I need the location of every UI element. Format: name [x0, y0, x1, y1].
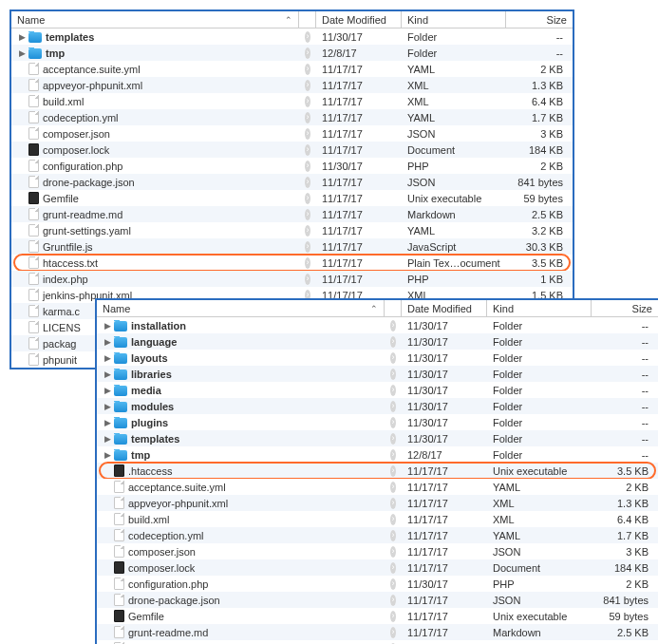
file-row[interactable]: ▶acceptance.suite.yml›11/17/17YAML2 KB: [97, 479, 658, 495]
file-row[interactable]: ▶composer.lock›11/17/17Document184 KB: [97, 559, 658, 576]
row-nav-arrow[interactable]: ›: [385, 498, 402, 509]
row-nav-arrow[interactable]: ›: [385, 385, 402, 396]
file-row[interactable]: ▶index.php›11/17/17PHP1 KB: [11, 271, 573, 287]
column-header-name[interactable]: Name ⌃: [97, 300, 385, 316]
file-row[interactable]: ▶Gemfile›11/17/17Unix executable59 bytes: [11, 190, 573, 206]
column-header-size[interactable]: Size: [506, 11, 573, 28]
file-row[interactable]: ▶libraries›11/30/17Folder--: [97, 366, 658, 382]
row-nav-arrow[interactable]: ›: [299, 274, 316, 285]
disclosure-triangle-icon[interactable]: ▶: [103, 434, 112, 444]
file-row[interactable]: ▶build.xml›11/17/17XML6.4 KB: [11, 93, 573, 109]
disclosure-triangle-icon[interactable]: ▶: [103, 353, 112, 363]
file-row[interactable]: ▶templates›11/30/17Folder--: [11, 28, 573, 45]
disclosure-triangle-icon[interactable]: ▶: [103, 321, 112, 331]
file-row[interactable]: ▶composer.lock›11/17/17Document184 KB: [11, 142, 573, 158]
file-kind-cell: PHP: [487, 578, 592, 590]
arrow-right-icon: ›: [390, 352, 396, 364]
row-nav-arrow[interactable]: ›: [299, 193, 316, 204]
file-row[interactable]: ▶codeception.yml›11/17/17YAML1.7 KB: [11, 109, 573, 125]
disclosure-triangle-icon[interactable]: ▶: [103, 337, 112, 347]
file-row[interactable]: ▶tmp›12/8/17Folder--: [97, 446, 658, 463]
file-date-cell: 11/17/17: [316, 177, 402, 188]
file-row[interactable]: ▶configuration.php›11/30/17PHP2 KB: [97, 576, 658, 592]
row-nav-arrow[interactable]: ›: [299, 161, 316, 172]
file-row[interactable]: ▶build.xml›11/17/17XML6.4 KB: [97, 511, 658, 527]
row-nav-arrow[interactable]: ›: [299, 112, 316, 123]
file-name-cell: ▶acceptance.suite.yml: [97, 481, 385, 493]
column-header-kind[interactable]: Kind: [487, 300, 592, 316]
file-row[interactable]: ▶grunt-settings.yaml›11/17/17YAML3.2 KB: [97, 640, 658, 644]
file-row[interactable]: ▶grunt-readme.md›11/17/17Markdown2.5 KB: [11, 206, 573, 222]
file-row[interactable]: ▶codeception.yml›11/17/17YAML1.7 KB: [97, 527, 658, 543]
file-row[interactable]: ▶composer.json›11/17/17JSON3 KB: [97, 543, 658, 559]
row-nav-arrow[interactable]: ›: [299, 64, 316, 75]
row-nav-arrow[interactable]: ›: [299, 257, 316, 269]
row-nav-arrow[interactable]: ›: [385, 595, 402, 606]
file-row[interactable]: ▶templates›11/30/17Folder--: [97, 430, 658, 446]
row-nav-arrow[interactable]: ›: [299, 225, 316, 237]
file-row[interactable]: ▶drone-package.json›11/17/17JSON841 byte…: [11, 174, 573, 190]
row-nav-arrow[interactable]: ›: [385, 530, 402, 541]
file-row[interactable]: ▶configuration.php›11/30/17PHP2 KB: [11, 158, 573, 174]
row-nav-arrow[interactable]: ›: [299, 209, 316, 220]
file-row[interactable]: ▶htaccess.txt›11/17/17Plain Tex…ocument3…: [11, 255, 573, 271]
row-nav-arrow[interactable]: ›: [385, 417, 402, 428]
file-row[interactable]: ▶grunt-readme.md›11/17/17Markdown2.5 KB: [97, 624, 658, 640]
row-nav-arrow[interactable]: ›: [385, 369, 402, 380]
row-nav-arrow[interactable]: ›: [385, 433, 402, 445]
disclosure-triangle-icon[interactable]: ▶: [103, 418, 112, 427]
file-row[interactable]: ▶Gruntfile.js›11/17/17JavaScript30.3 KB: [11, 238, 573, 255]
disclosure-triangle-icon[interactable]: ▶: [103, 386, 112, 395]
row-nav-arrow[interactable]: ›: [385, 546, 402, 558]
row-nav-arrow[interactable]: ›: [385, 627, 402, 638]
disclosure-triangle-icon[interactable]: ▶: [17, 48, 27, 58]
row-nav-arrow[interactable]: ›: [299, 241, 316, 253]
row-nav-arrow[interactable]: ›: [385, 611, 402, 622]
row-nav-arrow[interactable]: ›: [385, 336, 402, 348]
file-row[interactable]: ▶appveyor-phpunit.xml›11/17/17XML1.3 KB: [11, 77, 573, 93]
row-nav-arrow[interactable]: ›: [385, 352, 402, 364]
row-nav-arrow[interactable]: ›: [299, 31, 316, 43]
row-nav-arrow[interactable]: ›: [299, 144, 316, 156]
column-header-size[interactable]: Size: [592, 300, 658, 316]
file-row[interactable]: ▶acceptance.suite.yml›11/17/17YAML2 KB: [11, 61, 573, 77]
file-size-cell: 30.3 KB: [506, 241, 573, 253]
file-row[interactable]: ▶drone-package.json›11/17/17JSON841 byte…: [97, 592, 658, 608]
file-row[interactable]: ▶installation›11/30/17Folder--: [97, 317, 658, 333]
disclosure-triangle-icon[interactable]: ▶: [103, 369, 112, 379]
row-nav-arrow[interactable]: ›: [299, 96, 316, 107]
row-nav-arrow[interactable]: ›: [385, 320, 402, 331]
file-row[interactable]: ▶language›11/30/17Folder--: [97, 333, 658, 350]
row-nav-arrow[interactable]: ›: [385, 482, 402, 493]
row-nav-arrow[interactable]: ›: [385, 514, 402, 525]
file-row[interactable]: ▶.htaccess›11/17/17Unix executable3.5 KB: [97, 463, 658, 479]
file-row[interactable]: ▶tmp›12/8/17Folder--: [11, 45, 573, 61]
row-nav-arrow[interactable]: ›: [385, 449, 402, 461]
file-row[interactable]: ▶layouts›11/30/17Folder--: [97, 350, 658, 366]
file-row[interactable]: ▶modules›11/30/17Folder--: [97, 398, 658, 414]
column-header-name[interactable]: Name ⌃: [11, 11, 299, 28]
row-nav-arrow[interactable]: ›: [299, 177, 316, 188]
file-row[interactable]: ▶appveyor-phpunit.xml›11/17/17XML1.3 KB: [97, 495, 658, 511]
row-nav-arrow[interactable]: ›: [385, 465, 402, 477]
file-row[interactable]: ▶grunt-settings.yaml›11/17/17YAML3.2 KB: [11, 222, 573, 238]
disclosure-triangle-icon[interactable]: ▶: [103, 450, 112, 460]
row-nav-arrow[interactable]: ›: [385, 562, 402, 574]
file-size-cell: 2 KB: [506, 161, 573, 172]
file-row[interactable]: ▶plugins›11/30/17Folder--: [97, 414, 658, 430]
file-row[interactable]: ▶composer.json›11/17/17JSON3 KB: [11, 125, 573, 142]
column-header-date[interactable]: Date Modified: [402, 300, 487, 316]
row-nav-arrow[interactable]: ›: [385, 401, 402, 412]
file-size-cell: 841 bytes: [506, 177, 573, 188]
row-nav-arrow[interactable]: ›: [385, 578, 402, 590]
disclosure-triangle-icon[interactable]: ▶: [17, 32, 27, 42]
row-nav-arrow[interactable]: ›: [299, 128, 316, 140]
column-header-kind[interactable]: Kind: [402, 11, 506, 28]
file-row[interactable]: ▶media›11/30/17Folder--: [97, 382, 658, 398]
disclosure-triangle-icon[interactable]: ▶: [103, 402, 112, 411]
file-row[interactable]: ▶Gemfile›11/17/17Unix executable59 bytes: [97, 608, 658, 624]
row-nav-arrow[interactable]: ›: [299, 80, 316, 91]
file-kind-cell: Folder: [487, 417, 592, 428]
column-header-date[interactable]: Date Modified: [316, 11, 402, 28]
row-nav-arrow[interactable]: ›: [299, 47, 316, 59]
